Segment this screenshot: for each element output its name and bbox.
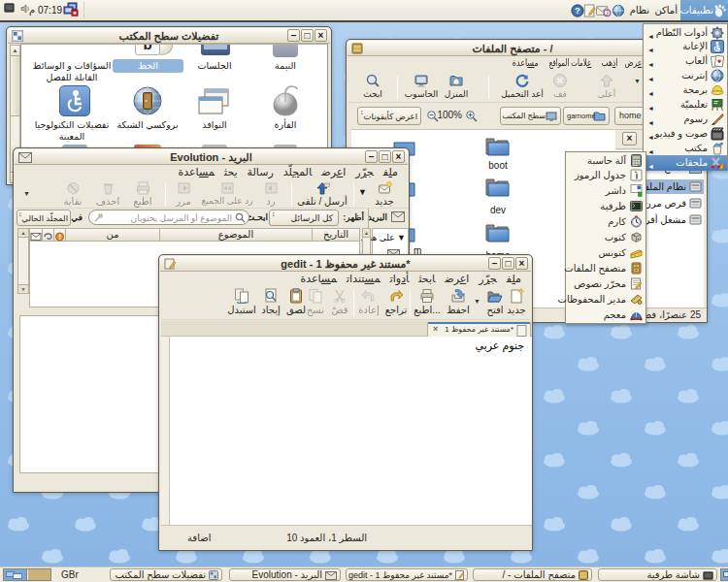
svg-text:?: ? (575, 6, 579, 16)
